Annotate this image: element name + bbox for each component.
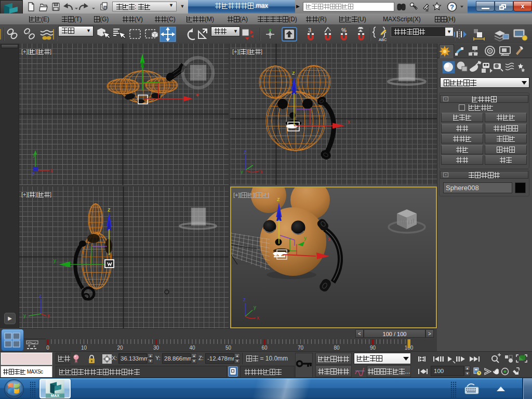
svg-text:z: z (243, 297, 246, 302)
svg-text:z: z (244, 149, 246, 155)
svg-text:0: 0 (46, 345, 49, 351)
svg-text:y: y (241, 169, 243, 175)
svg-text:%: % (341, 27, 347, 33)
svg-text:90: 90 (370, 345, 376, 351)
svg-text:ABC: ABC (379, 37, 387, 42)
svg-text:y: y (304, 235, 307, 241)
svg-text:y: y (54, 258, 56, 263)
svg-text:30: 30 (153, 345, 159, 351)
svg-text:y: y (33, 152, 35, 158)
svg-text:z: z (39, 293, 42, 299)
svg-text:x: x (328, 236, 330, 242)
svg-text:x: x (50, 168, 53, 174)
svg-text:20: 20 (117, 345, 123, 351)
svg-text:x: x (348, 119, 350, 125)
svg-text:40: 40 (189, 345, 195, 351)
svg-text:z: z (108, 206, 111, 212)
svg-text:x: x (260, 169, 263, 175)
svg-text:50: 50 (225, 345, 232, 351)
svg-text:z: z (32, 171, 35, 177)
svg-text:?: ? (450, 3, 454, 11)
svg-text:y: y (23, 313, 26, 318)
svg-text:70: 70 (298, 345, 304, 351)
svg-text:z: z (292, 70, 295, 76)
svg-text:y: y (254, 304, 256, 310)
svg-text:3: 3 (308, 27, 311, 33)
svg-text:x: x (257, 315, 259, 321)
svg-text:x: x (47, 313, 50, 318)
svg-text:60: 60 (261, 345, 268, 351)
svg-text:80: 80 (334, 345, 340, 351)
svg-text:10: 10 (81, 345, 87, 351)
svg-text:MAX: MAX (51, 393, 60, 398)
